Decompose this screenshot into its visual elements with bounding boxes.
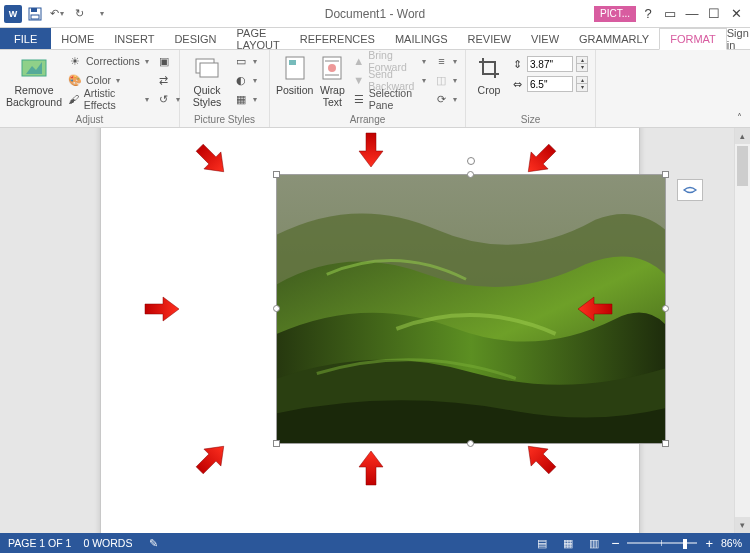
sign-in-link[interactable]: Sign in <box>727 27 750 51</box>
resize-handle-left-middle[interactable] <box>273 305 280 312</box>
selected-picture[interactable] <box>276 174 666 444</box>
zoom-level[interactable]: 86% <box>721 537 742 549</box>
tab-insert[interactable]: INSERT <box>104 28 164 49</box>
width-icon: ⇔ <box>510 77 524 91</box>
tab-format[interactable]: FORMAT <box>659 28 727 50</box>
maximize-button[interactable]: ☐ <box>704 4 724 24</box>
selection-pane-label: Selection Pane <box>369 87 427 111</box>
picture-effects-button[interactable]: ◐▾ <box>232 71 259 89</box>
bring-forward-icon: ▲ <box>353 54 364 68</box>
position-label: Position <box>276 84 313 96</box>
annotation-arrow-icon <box>141 289 181 329</box>
group-adjust: Remove Background ☀Corrections▾ 🎨Color▾ … <box>0 50 180 127</box>
selection-pane-icon: ☰ <box>353 92 364 106</box>
group-icon: ◫ <box>434 73 448 87</box>
window-title: Document1 - Word <box>325 7 425 21</box>
vertical-scrollbar[interactable]: ▴ ▾ <box>734 128 750 533</box>
help-button[interactable]: ? <box>638 4 658 24</box>
artistic-effects-button[interactable]: 🖌Artistic Effects▾ <box>66 90 151 108</box>
zoom-slider-thumb[interactable] <box>683 539 687 549</box>
tab-page-layout[interactable]: PAGE LAYOUT <box>227 28 290 49</box>
corrections-label: Corrections <box>86 55 140 67</box>
change-picture-button[interactable]: ⇄ <box>155 71 182 89</box>
resize-handle-bottom-right[interactable] <box>662 440 669 447</box>
tab-design[interactable]: DESIGN <box>164 28 226 49</box>
redo-button[interactable]: ↻ <box>70 5 88 23</box>
crop-button[interactable]: Crop <box>472 52 506 96</box>
resize-handle-top-left[interactable] <box>273 171 280 178</box>
group-size: Crop ⇕ ▴▾ ⇔ ▴▾ Size <box>466 50 596 127</box>
height-input[interactable] <box>527 56 573 72</box>
resize-handle-right-middle[interactable] <box>662 305 669 312</box>
resize-handle-bottom-middle[interactable] <box>467 440 474 447</box>
picture-border-button[interactable]: ▭▾ <box>232 52 259 70</box>
reset-picture-button[interactable]: ↺▾ <box>155 90 182 108</box>
effects-icon: ◐ <box>234 73 248 87</box>
page-status[interactable]: PAGE 1 OF 1 <box>8 537 71 549</box>
height-spinner[interactable]: ▴▾ <box>576 56 588 72</box>
ribbon-display-options-button[interactable]: ▭ <box>660 4 680 24</box>
undo-button[interactable]: ↶▾ <box>48 5 66 23</box>
save-button[interactable] <box>26 5 44 23</box>
zoom-in-button[interactable]: + <box>705 536 713 551</box>
color-icon: 🎨 <box>68 73 82 87</box>
customize-qat-button[interactable]: ▾ <box>92 5 110 23</box>
collapse-ribbon-button[interactable]: ˄ <box>737 112 742 123</box>
selection-pane-button[interactable]: ☰Selection Pane <box>351 90 428 108</box>
crop-label: Crop <box>478 84 501 96</box>
remove-background-icon <box>19 54 49 82</box>
wrap-text-button[interactable]: Wrap Text <box>317 52 347 108</box>
word-count[interactable]: 0 WORDS <box>83 537 132 549</box>
layout-options-button[interactable] <box>677 179 703 201</box>
picture-layout-button[interactable]: ▦▾ <box>232 90 259 108</box>
save-icon <box>28 7 42 21</box>
tab-mailings[interactable]: MAILINGS <box>385 28 458 49</box>
resize-handle-top-right[interactable] <box>662 171 669 178</box>
width-input[interactable] <box>527 76 573 92</box>
minimize-button[interactable]: — <box>682 4 702 24</box>
close-button[interactable]: ✕ <box>726 4 746 24</box>
scroll-down-button[interactable]: ▾ <box>735 517 750 533</box>
quick-styles-button[interactable]: Quick Styles <box>186 52 228 108</box>
rotate-button[interactable]: ⟳▾ <box>432 90 459 108</box>
scroll-up-button[interactable]: ▴ <box>735 128 750 144</box>
position-button[interactable]: Position <box>276 52 313 96</box>
tab-review[interactable]: REVIEW <box>458 28 521 49</box>
svg-rect-8 <box>289 60 296 65</box>
tab-grammarly[interactable]: GRAMMARLY <box>569 28 659 49</box>
tab-view[interactable]: VIEW <box>521 28 569 49</box>
picture-tools-context-tab[interactable]: PICT... <box>594 6 636 22</box>
zoom-slider[interactable] <box>627 542 697 544</box>
tab-home[interactable]: HOME <box>51 28 104 49</box>
resize-handle-top-middle[interactable] <box>467 171 474 178</box>
align-icon: ≡ <box>434 54 448 68</box>
color-label: Color <box>86 74 111 86</box>
tab-file[interactable]: FILE <box>0 28 51 49</box>
reset-icon: ↺ <box>157 92 171 106</box>
svg-point-10 <box>328 64 336 72</box>
read-mode-button[interactable]: ▤ <box>533 536 551 550</box>
width-spinner[interactable]: ▴▾ <box>576 76 588 92</box>
word-app-icon: W <box>4 5 22 23</box>
print-layout-button[interactable]: ▦ <box>559 536 577 550</box>
resize-handle-bottom-left[interactable] <box>273 440 280 447</box>
web-layout-button[interactable]: ▥ <box>585 536 603 550</box>
position-icon <box>280 54 310 82</box>
zoom-out-button[interactable]: − <box>611 535 619 551</box>
spellcheck-icon[interactable]: ✎ <box>144 536 162 550</box>
document-page[interactable] <box>100 128 640 533</box>
quick-access-toolbar: W ↶▾ ↻ ▾ <box>0 5 114 23</box>
group-button[interactable]: ◫▾ <box>432 71 459 89</box>
wrap-text-icon <box>317 54 347 82</box>
scroll-thumb[interactable] <box>737 146 748 186</box>
compress-pictures-button[interactable]: ▣ <box>155 52 182 70</box>
align-button[interactable]: ≡▾ <box>432 52 459 70</box>
corrections-icon: ☀ <box>68 54 82 68</box>
tab-references[interactable]: REFERENCES <box>290 28 385 49</box>
remove-background-button[interactable]: Remove Background <box>6 52 62 108</box>
rotate-handle[interactable] <box>467 157 475 165</box>
corrections-button[interactable]: ☀Corrections▾ <box>66 52 151 70</box>
rotate-icon: ⟳ <box>434 92 448 106</box>
layout-icon: ▦ <box>234 92 248 106</box>
status-bar: PAGE 1 OF 1 0 WORDS ✎ ▤ ▦ ▥ − + 86% <box>0 533 750 553</box>
